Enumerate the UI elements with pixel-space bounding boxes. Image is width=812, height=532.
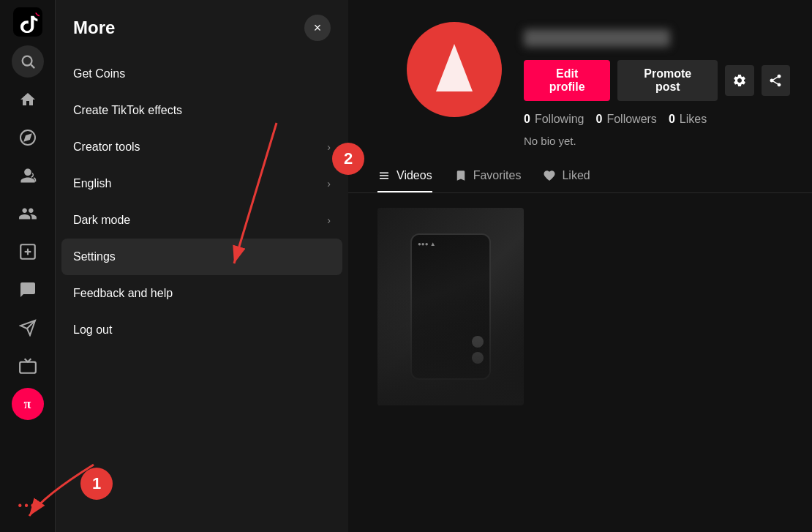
svg-marker-10 (436, 44, 473, 91)
svg-marker-4 (24, 135, 30, 141)
profile-icon-button[interactable]: π (12, 388, 44, 420)
menu-item-feedback[interactable]: Feedback and help (56, 275, 348, 312)
tabs-row: Videos Favorites Liked (348, 154, 812, 193)
menu-item-logout[interactable]: Log out (56, 312, 348, 348)
friends-icon-button[interactable] (12, 160, 44, 192)
menu-item-english[interactable]: English › (56, 165, 348, 202)
avatar (407, 22, 502, 117)
profile-actions: Edit profile Promote post (524, 60, 790, 101)
stats-row: 0 Following 0 Followers 0 Likes (524, 113, 790, 126)
following-stat: 0 Following (524, 113, 584, 126)
svg-line-2 (31, 64, 34, 68)
english-chevron: › (327, 178, 331, 190)
more-title: More (73, 18, 115, 38)
settings-button[interactable] (725, 65, 753, 96)
menu-item-dark-mode[interactable]: Dark mode › (56, 202, 348, 239)
likes-stat: 0 Likes (669, 113, 707, 126)
share-button[interactable] (762, 65, 790, 96)
menu-item-creator-tools[interactable]: Creator tools › (56, 129, 348, 165)
svg-point-1 (22, 56, 31, 66)
username-display (524, 29, 670, 47)
messages-icon-button[interactable] (12, 274, 44, 306)
followers-stat: 0 Followers (596, 113, 657, 126)
following-icon-button[interactable] (12, 198, 44, 230)
tab-favorites[interactable]: Favorites (454, 169, 522, 192)
search-icon-button[interactable] (12, 45, 44, 78)
tab-videos[interactable]: Videos (377, 169, 432, 192)
tab-liked[interactable]: Liked (543, 169, 590, 192)
home-icon-button[interactable] (12, 83, 44, 116)
more-header: More × (56, 15, 348, 56)
live-icon-button[interactable] (12, 350, 44, 382)
main-content: Edit profile Promote post (348, 0, 812, 532)
more-panel: 2 More × Get Coins Create TikTok effects… (56, 0, 348, 532)
create-icon-button[interactable] (12, 236, 44, 268)
menu-item-get-coins[interactable]: Get Coins (56, 56, 348, 92)
explore-icon-button[interactable] (12, 121, 44, 154)
profile-info: Edit profile Promote post (524, 22, 790, 147)
bio-text: No bio yet. (524, 135, 790, 147)
video-thumbnail[interactable]: ●●● ▲ (377, 208, 524, 405)
menu-item-create-effects[interactable]: Create TikTok effects (56, 92, 348, 129)
more-dots-button[interactable]: ••• (12, 490, 44, 522)
edit-profile-button[interactable]: Edit profile (524, 60, 610, 101)
sidebar: π ••• (0, 0, 56, 532)
dark-mode-chevron: › (327, 214, 331, 226)
more-close-button[interactable]: × (304, 15, 331, 41)
tiktok-logo[interactable] (13, 7, 42, 37)
annotation-2: 2 (332, 143, 364, 175)
svg-rect-9 (20, 362, 36, 373)
menu-item-settings[interactable]: Settings (61, 239, 342, 275)
inbox-icon-button[interactable] (12, 312, 44, 344)
promote-post-button[interactable]: Promote post (617, 60, 718, 101)
profile-area: Edit profile Promote post (348, 0, 812, 147)
video-grid: ●●● ▲ (348, 193, 812, 420)
creator-tools-chevron: › (327, 141, 331, 153)
